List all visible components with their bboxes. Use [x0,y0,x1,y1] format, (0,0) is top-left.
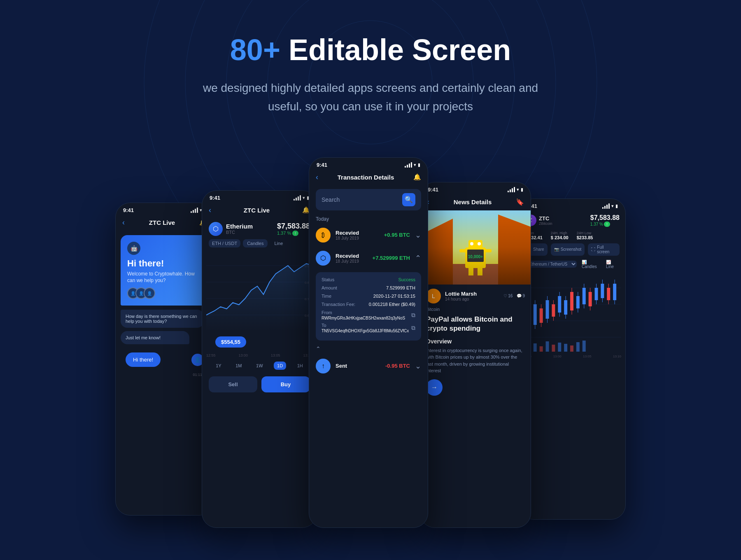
like-action[interactable]: ♡ 16 [503,294,513,298]
chat-back-button[interactable]: ‹ [122,218,125,227]
news-author-row: L Lottie Marsh 14 hours ago ♡ 16 💬 9 [420,285,531,305]
to-label: To [322,323,409,328]
tx-time-value: 2020-11-27 01:53:15 [373,294,415,299]
copy-to-icon[interactable]: ⧉ [411,324,415,331]
from-info: From RWRmyGRoJkHKxjpaCBSH2wxan82q3yNoS [322,310,405,320]
tx-bell-icon[interactable]: 🔔 [413,173,421,181]
search-button[interactable]: 🔍 [402,193,415,206]
sent-expand[interactable]: ⌄ [415,362,421,371]
line-tab[interactable]: Line [270,239,287,247]
title-number: 80+ [230,33,280,66]
coin-icon: ⬡ [209,222,223,236]
tx-nav-title: Transaction Details [338,174,394,181]
trading-nav-title: ZTC Live [244,207,270,214]
chat-hi-bubble[interactable]: Hi there! [126,352,161,367]
tx-back-button[interactable]: ‹ [316,173,318,182]
price-tag-container: $554,55 [202,331,317,352]
tx1-icon: ₿ [316,228,331,243]
trade-buttons: Sell Buy [202,373,317,396]
fc-line-tab[interactable]: 📈 Line [604,259,620,270]
author-name: Lottie Marsh [445,291,477,297]
news-status-bar: 9:41 ▾ ▮ [420,182,531,195]
tx-status-icons: ▾ ▮ [405,162,420,168]
svg-rect-68 [564,344,567,352]
fc-screenshot-button[interactable]: 📷 Screenshot [551,243,585,256]
period-1y[interactable]: 1Y [212,362,224,370]
fc-signal-bars [602,203,610,209]
chat-status-bar: 9:41 ▾ ▮ [116,203,214,216]
period-1m[interactable]: 1M [232,362,245,370]
tx1-info: Recevied 18 July 2019 [336,230,379,240]
fc-candles-tab[interactable]: 📊 Candles [579,259,601,270]
pair-select[interactable]: ETH / USDT [209,239,240,247]
search-placeholder: Search [322,196,398,203]
tx-wifi-icon: ▾ [414,162,416,168]
tx-status-bar: 9:41 ▾ ▮ [309,158,428,170]
from-label: From [322,310,405,315]
trading-time-labels: 12:55 13:00 13:05 13:10 [202,352,317,358]
tx1-amount: +0.95 BTC [384,232,410,238]
chat-bot-avatar: 🤖 [127,242,140,255]
trading-back-button[interactable]: ‹ [209,206,211,215]
chat-user-avatars: 👤 👤 👤 [127,287,202,299]
tx-status-time: 9:41 [317,162,327,168]
fc-low-label: 24H Low [577,231,593,235]
change-value: 1.37 % [277,231,291,236]
author-time: 14 hours ago [445,297,477,301]
period-1w[interactable]: 1W [253,362,266,370]
sell-button[interactable]: Sell [209,376,257,392]
news-readmore-button[interactable]: → [426,379,443,396]
chat-time: 9:41 [123,207,134,213]
trading-status-icons: ▾ ▮ [294,195,309,201]
fc-time-labels: 12:55 13:00 13:05 13:10 [519,354,625,359]
candles-tab[interactable]: Candles [243,239,268,247]
tx-time-label: Time [322,294,331,299]
like-count: 16 [508,294,513,298]
news-bookmark-icon[interactable]: 🔖 [516,198,524,206]
tx1-expand[interactable]: ⌄ [415,231,421,240]
fc-candle-chart [523,271,621,354]
fc-coin-sub: ZBitcoin [539,222,552,226]
buy-button[interactable]: Buy [261,376,310,392]
svg-rect-64 [540,346,543,352]
period-1d[interactable]: 1D [274,362,286,370]
trading-signal-bars [294,195,301,201]
copy-from-icon[interactable]: ⧉ [411,312,415,319]
tx2-icon: ⬡ [316,251,331,266]
today-label: Today [309,214,428,224]
tx-signal-bars [405,162,412,168]
trading-time: 9:41 [210,195,220,201]
tx1-date: 18 July 2019 [336,236,379,240]
period-tabs: 1Y 1M 1W 1D 1H [202,358,317,373]
trading-wifi-icon: ▾ [303,195,305,201]
comment-action[interactable]: 💬 9 [517,294,525,298]
news-phone: 9:41 ▾ ▮ ‹ News Details 🔖 [420,182,531,528]
fc-stats: Open $ 232.41 24H. High $ 234.00 24H Low… [519,229,625,242]
period-1h[interactable]: 1H [294,362,306,370]
fc-fullscreen-button[interactable]: ⛶ Full screen [588,243,620,256]
fc-wifi-icon: ▾ [611,203,614,209]
fc-pair-select[interactable]: Ethereum / TetherUS [525,261,577,268]
author-avatar: L [426,289,441,303]
expand-toggle[interactable]: ⌃ [309,343,428,355]
chat-message-received: How day is there something we can help y… [121,310,204,328]
fc-status-icons: ▾ ▮ [602,203,618,209]
sent-info: Sent [336,363,380,369]
search-bar[interactable]: Search 🔍 [316,189,421,210]
coin-change: 1.37 % ↑ [277,231,310,236]
page-subtitle: we designed highly detailed apps screens… [185,79,556,116]
fc-coin-row: Z ZTC ZBitcoin $7,583.88 1.37 % ↑ [519,212,625,229]
news-body-text: Interest in cryptocurrency is surging on… [420,346,531,375]
news-status-time: 9:41 [428,187,438,193]
sent-amount: -0.95 BTC [385,363,410,369]
fc-battery-icon: ▮ [615,203,618,209]
svg-rect-71 [583,341,586,352]
tx2-date: 18 July 2019 [336,259,368,264]
tx2-collapse[interactable]: ⌃ [415,254,421,263]
news-actions: ♡ 16 💬 9 [503,294,525,298]
time-row: Time 2020-11-27 01:53:15 [322,294,415,299]
coin-price-info: $7,583.88 1.37 % ↑ [277,222,310,236]
current-price-tag: $554,55 [215,336,246,348]
trading-chart-area: 0.9 0.8 0.7 0.6 [202,249,317,331]
time-label-1: 12:55 [206,353,216,357]
